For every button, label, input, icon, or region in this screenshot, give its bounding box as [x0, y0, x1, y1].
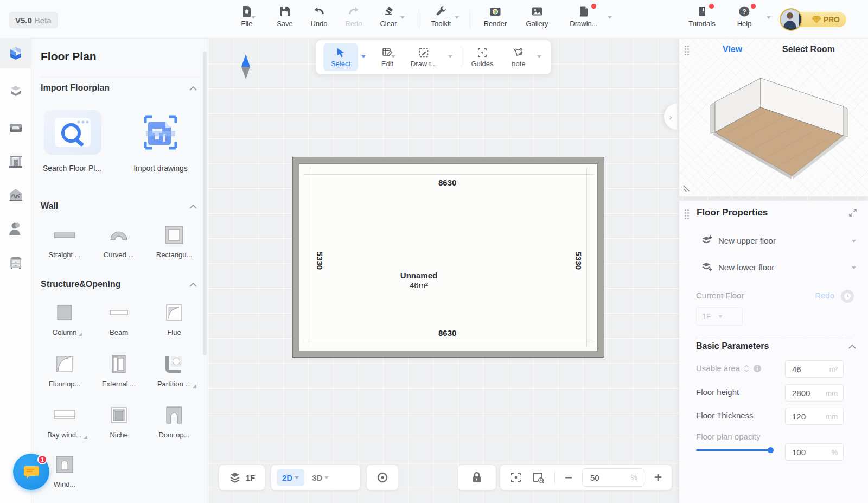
opacity-slider-thumb[interactable]: [768, 447, 774, 453]
gallery-button[interactable]: Gallery: [520, 5, 554, 28]
note-tool-button[interactable]: note: [505, 43, 533, 71]
room-label[interactable]: Unnamed 46m²: [386, 271, 451, 290]
dimension-guide-right: [586, 168, 587, 347]
edit-caret-icon[interactable]: [391, 55, 395, 58]
file-button[interactable]: File: [229, 5, 264, 28]
floorplan-room[interactable]: [293, 157, 604, 357]
usable-area-input[interactable]: [791, 364, 817, 374]
help-caret-icon[interactable]: [767, 16, 771, 19]
new-upper-floor-button[interactable]: New upper floor: [701, 234, 776, 246]
drawing-button[interactable]: Drawin...: [566, 5, 601, 28]
info-icon[interactable]: [753, 364, 762, 373]
new-upper-caret-icon[interactable]: [852, 240, 856, 243]
rail-cabinet-item[interactable]: [0, 247, 31, 278]
collapse-chevron-icon[interactable]: [848, 344, 856, 349]
room-3d-preview[interactable]: [693, 62, 856, 187]
tutorials-button[interactable]: Tutorials: [685, 5, 719, 28]
drawing-caret-icon[interactable]: [608, 16, 612, 19]
usable-area-field[interactable]: m²: [785, 360, 844, 378]
focus-icon[interactable]: [510, 472, 522, 483]
new-lower-caret-icon[interactable]: [852, 266, 856, 269]
opacity-input[interactable]: [791, 447, 817, 457]
lib-item-column[interactable]: Column: [37, 300, 92, 336]
tab-view[interactable]: View: [723, 44, 742, 54]
drag-handle-icon[interactable]: [685, 209, 689, 219]
user-avatar[interactable]: [780, 8, 802, 31]
floor-thickness-field[interactable]: mm: [785, 408, 844, 425]
lock-toggle[interactable]: [458, 465, 496, 490]
redo-button[interactable]: Redo: [336, 5, 371, 28]
tutorials-icon: [695, 5, 709, 18]
select-tool-button[interactable]: Select: [323, 43, 358, 71]
lib-item-rectangular-wall[interactable]: Rectangu...: [147, 222, 201, 259]
lib-item-niche[interactable]: Niche: [92, 403, 146, 439]
toolkit-caret-icon[interactable]: [455, 16, 459, 19]
zoom-out-button[interactable]: −: [565, 472, 572, 483]
mode-2d-button[interactable]: 2D: [277, 469, 304, 486]
floor-height-field[interactable]: mm: [785, 384, 844, 402]
sort-updown-icon[interactable]: [744, 365, 749, 372]
external-window-icon: [106, 352, 131, 377]
rail-ai-home-item[interactable]: [0, 180, 31, 211]
undo-button[interactable]: Undo: [302, 5, 336, 28]
edit-tool-button[interactable]: Edit: [371, 43, 404, 71]
current-floor-select[interactable]: 1F: [696, 307, 743, 326]
lib-item-flue[interactable]: Flue: [147, 300, 201, 336]
collapse-chevron-icon[interactable]: [189, 282, 197, 287]
import-drawings-card[interactable]: [132, 110, 189, 155]
dim-bottom: 8630: [438, 328, 456, 338]
redo-link[interactable]: Redo: [815, 291, 834, 300]
floor-height-label: Floor height: [696, 387, 739, 397]
rail-floorplan-item[interactable]: [0, 38, 31, 68]
rail-furniture-item[interactable]: [0, 113, 31, 143]
floor-height-input[interactable]: [791, 388, 817, 398]
zoom-in-button[interactable]: +: [654, 472, 662, 483]
visibility-toggle[interactable]: [367, 465, 398, 490]
panel-scrollbar[interactable]: [203, 52, 207, 355]
save-button[interactable]: Save: [267, 5, 302, 28]
draw-tool-button[interactable]: Draw t...: [404, 43, 444, 71]
lib-item-curved-wall[interactable]: Curved ...: [92, 222, 146, 259]
lib-item-partition[interactable]: Partition ...: [147, 352, 201, 388]
rail-door-item[interactable]: [0, 147, 31, 177]
rail-user-item[interactable]: [0, 214, 31, 244]
expand-panel-icon[interactable]: [848, 208, 857, 217]
zoom-percent-field[interactable]: %: [582, 468, 644, 487]
lib-item-external-window[interactable]: External ...: [92, 352, 146, 388]
floor-thickness-input[interactable]: [791, 411, 817, 422]
mode-3d-button[interactable]: 3D: [312, 473, 329, 482]
toolkit-button[interactable]: Toolkit: [424, 5, 458, 28]
zoom-percent-input[interactable]: [589, 473, 618, 483]
note-caret-icon[interactable]: [537, 55, 541, 58]
render-button[interactable]: Render: [478, 5, 513, 28]
floor-select-caret-icon: [718, 315, 723, 318]
panel-resize-handle[interactable]: [682, 182, 692, 192]
chat-support-button[interactable]: 1: [13, 454, 49, 490]
tab-select-room[interactable]: Select Room: [782, 44, 835, 54]
search-floorplan-card[interactable]: [44, 110, 101, 155]
chat-bubble-icon: [22, 464, 41, 480]
help-button[interactable]: ? Help: [727, 5, 762, 28]
history-clock-icon[interactable]: [841, 290, 854, 303]
lib-item-straight-wall[interactable]: Straight ...: [37, 222, 92, 259]
file-caret-icon[interactable]: [251, 16, 256, 19]
collapse-chevron-icon[interactable]: [189, 204, 197, 209]
opacity-field[interactable]: %: [785, 443, 844, 461]
collapse-chevron-icon[interactable]: [189, 86, 197, 91]
ai-home-icon: [8, 187, 24, 203]
clear-caret-icon[interactable]: [400, 16, 405, 19]
select-caret-icon[interactable]: [361, 55, 366, 58]
floor-switcher[interactable]: 1F: [219, 465, 265, 490]
new-lower-floor-button[interactable]: New lower floor: [701, 261, 774, 273]
opacity-slider[interactable]: [696, 449, 771, 451]
draw-caret-icon[interactable]: [448, 55, 452, 58]
view-mode-switcher: 2D 3D: [271, 465, 360, 490]
lib-item-beam[interactable]: Beam: [92, 300, 146, 336]
lib-item-bay-window[interactable]: Bay wind...: [37, 403, 92, 439]
zoom-to-area-icon[interactable]: [532, 472, 545, 483]
drag-handle-icon[interactable]: [685, 46, 689, 55]
lib-item-floor-opening[interactable]: Floor op...: [37, 352, 92, 388]
rail-layers-item[interactable]: [0, 77, 31, 107]
guides-tool-button[interactable]: Guides: [465, 43, 499, 71]
lib-item-door-opening[interactable]: Door op...: [147, 403, 201, 439]
